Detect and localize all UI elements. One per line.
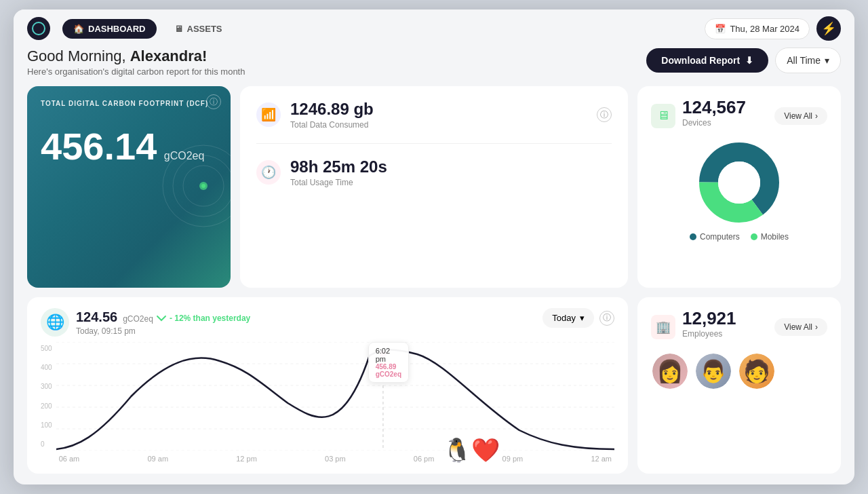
trend-badge: - 12% than yesterday <box>156 314 250 323</box>
employees-count: 12,921 <box>682 308 736 329</box>
employees-card: 🏢 12,921 Employees View All › 👩 <box>637 297 841 474</box>
mobiles-legend: Mobiles <box>751 232 789 242</box>
time-value: 98h 25m 20s <box>290 157 612 176</box>
greeting-text: Good Morning, <box>27 48 126 64</box>
devices-count: 124,567 <box>682 97 746 118</box>
assets-nav-label: ASSETS <box>187 24 222 34</box>
chart-time: Today, 09:15 pm <box>76 326 250 336</box>
data-label: Total Data Consumed <box>290 120 587 130</box>
avatar-1: 👩 <box>651 352 689 390</box>
lightning-btn[interactable]: ⚡ <box>816 16 841 41</box>
alltime-filter-button[interactable]: All Time ▾ <box>775 48 841 73</box>
user-name: Alexandra! <box>130 48 208 64</box>
chart-wrap: 6:02 pm 456.89 gCO2eq 🐧❤️ 06 am 09 am 12… <box>56 342 614 463</box>
globe-icon: 🌐 <box>41 308 69 337</box>
subtitle-text: Here's organisation's digital carbon rep… <box>27 66 245 77</box>
devices-card: 🖥 124,567 Devices View All › <box>637 86 841 288</box>
chart-info-icon[interactable]: ⓘ <box>599 311 614 326</box>
data-info-icon[interactable]: ⓘ <box>597 107 612 122</box>
time-metric-info: 98h 25m 20s Total Usage Time <box>290 157 612 187</box>
right-column: 🖥 124,567 Devices View All › <box>637 86 841 288</box>
line-chart-svg <box>56 342 614 451</box>
trend-arrow-icon <box>156 315 167 322</box>
chart-unit: gCO2eq <box>123 314 153 324</box>
dcf-title: TOTAL DIGITAL CARBON FOOTPRINT (DCF) <box>41 100 217 107</box>
chart-inner: 500 400 300 200 100 0 <box>41 342 614 463</box>
chart-legend: Computers Mobiles <box>690 232 789 242</box>
chart-x-labels: 06 am 09 am 12 pm 03 pm 06 pm 09 pm 12 a… <box>56 455 614 463</box>
main-content: Good Morning, Alexandra! Here's organisa… <box>14 48 854 484</box>
assets-icon: 🖥 <box>174 24 183 34</box>
computers-legend-label: Computers <box>700 232 740 242</box>
today-label: Today <box>552 313 576 323</box>
chevron-down-icon: ▾ <box>580 313 585 323</box>
svg-point-7 <box>718 162 760 204</box>
mobiles-legend-dot <box>751 233 757 240</box>
download-report-button[interactable]: Download Report ⬇ <box>646 48 768 73</box>
penguin-mascot: 🐧❤️ <box>443 438 500 461</box>
dcf-card: TOTAL DIGITAL CARBON FOOTPRINT (DCF) 456… <box>27 86 231 288</box>
donut-chart <box>692 138 787 227</box>
computers-legend-dot <box>690 233 696 240</box>
chart-metric: 🌐 124.56 gCO2eq - 12% than yesterday <box>41 308 250 337</box>
calendar-icon: 📅 <box>715 24 726 34</box>
cards-row: TOTAL DIGITAL CARBON FOOTPRINT (DCF) 456… <box>27 86 841 288</box>
date-text: Thu, 28 Mar 2024 <box>730 24 800 34</box>
computers-legend: Computers <box>690 232 740 242</box>
dashboard-nav-btn[interactable]: 🏠 DASHBOARD <box>62 19 157 39</box>
avatars-row: 👩 👨 🧑 <box>651 352 827 390</box>
dcf-unit: gCO2eq <box>164 150 205 162</box>
avatar-2: 👨 <box>694 352 732 390</box>
employees-view-all-button[interactable]: View All › <box>774 318 827 336</box>
employees-view-all-label: View All <box>784 322 812 332</box>
dashboard-nav-label: DASHBOARD <box>88 24 146 34</box>
data-metric-info: 1246.89 gb Total Data Consumed <box>290 100 587 130</box>
chevron-right-icon: › <box>815 111 818 121</box>
devices-card-header: 🖥 124,567 Devices View All › <box>651 97 827 134</box>
employees-icon: 🏢 <box>651 315 675 339</box>
wifi-icon: 📶 <box>256 102 281 127</box>
download-icon: ⬇ <box>745 55 753 66</box>
dcf-value: 456.14 <box>41 125 157 168</box>
chart-card: 🌐 124.56 gCO2eq - 12% than yesterday <box>27 297 628 474</box>
data-value: 1246.89 gb <box>290 100 587 119</box>
employees-card-header: 🏢 12,921 Employees View All › <box>651 308 827 345</box>
devices-view-all-label: View All <box>784 111 812 121</box>
header-row: Good Morning, Alexandra! Here's organisa… <box>27 48 841 77</box>
svg-point-15 <box>380 351 387 358</box>
app-logo <box>27 17 50 40</box>
chart-value: 124.56 <box>76 309 117 325</box>
alltime-label: All Time <box>787 55 821 66</box>
devices-view-all-button[interactable]: View All › <box>774 107 827 125</box>
devices-icon: 🖥 <box>651 104 675 128</box>
home-icon: 🏠 <box>73 24 84 34</box>
greeting-heading: Good Morning, Alexandra! <box>27 48 245 65</box>
today-filter-button[interactable]: Today ▾ <box>542 308 594 328</box>
devices-label: Devices <box>682 118 746 128</box>
top-nav: 🏠 DASHBOARD 🖥 ASSETS 📅 Thu, 28 Mar 2024 … <box>14 10 854 48</box>
bottom-row: 🌐 124.56 gCO2eq - 12% than yesterday <box>27 297 841 474</box>
chart-actions: Today ▾ ⓘ <box>542 308 614 328</box>
time-metric-row: 🕐 98h 25m 20s Total Usage Time <box>256 157 612 187</box>
greeting-section: Good Morning, Alexandra! Here's organisa… <box>27 48 245 77</box>
avatar-3: 🧑 <box>738 352 776 390</box>
dcf-info-icon[interactable]: ⓘ <box>206 94 221 109</box>
header-actions: Download Report ⬇ All Time ▾ <box>646 48 841 73</box>
svg-point-4 <box>201 184 205 188</box>
assets-nav-btn[interactable]: 🖥 ASSETS <box>163 19 233 39</box>
chevron-down-icon: ▾ <box>825 55 829 66</box>
download-label: Download Report <box>661 55 740 66</box>
chart-y-labels: 500 400 300 200 100 0 <box>41 342 52 451</box>
time-label: Total Usage Time <box>290 178 612 187</box>
chevron-right-icon: › <box>815 322 818 332</box>
mobiles-legend-label: Mobiles <box>761 232 789 242</box>
metrics-card: 📶 1246.89 gb Total Data Consumed ⓘ 🕐 98h… <box>240 86 628 288</box>
chart-top: 🌐 124.56 gCO2eq - 12% than yesterday <box>41 308 614 337</box>
trend-text: - 12% than yesterday <box>170 314 250 323</box>
donut-chart-container: Computers Mobiles <box>651 138 827 242</box>
divider <box>256 143 612 144</box>
date-badge: 📅 Thu, 28 Mar 2024 <box>705 18 810 39</box>
employees-label: Employees <box>682 329 736 339</box>
clock-icon: 🕐 <box>256 160 281 185</box>
data-metric-row: 📶 1246.89 gb Total Data Consumed ⓘ <box>256 100 612 130</box>
